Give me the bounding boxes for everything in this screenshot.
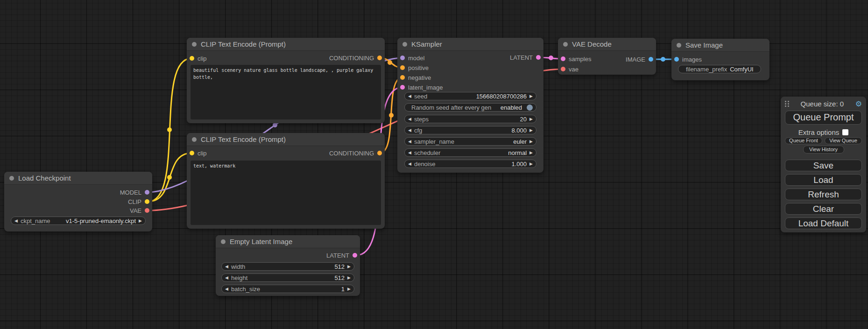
ckpt-name-widget[interactable]: ◀ ckpt_name v1-5-pruned-emaonly.ckpt ▶ [11, 217, 146, 225]
conditioning-port-dot[interactable] [400, 75, 405, 80]
decrement-arrow-icon[interactable]: ◀ [408, 117, 411, 121]
decrement-arrow-icon[interactable]: ◀ [225, 265, 228, 269]
conditioning-port-dot[interactable] [377, 151, 382, 155]
node-load-checkpoint[interactable]: Load Checkpoint MODEL CLIP VAE ◀ ckpt_na… [4, 172, 152, 231]
random-seed-toggle[interactable] [527, 105, 533, 111]
node-clip-text-encode-negative[interactable]: CLIP Text Encode (Prompt) clip CONDITION… [187, 133, 385, 229]
cfg-widget[interactable]: ◀ cfg 8.000 ▶ [404, 126, 536, 134]
conditioning-port-dot[interactable] [377, 56, 382, 60]
node-graph-canvas[interactable]: Load Checkpoint MODEL CLIP VAE ◀ ckpt_na… [0, 0, 868, 329]
refresh-button[interactable]: Refresh [785, 189, 862, 200]
clip-port-dot[interactable] [190, 151, 194, 155]
latent-port-dot[interactable] [400, 85, 405, 90]
input-positive[interactable]: positive [400, 64, 429, 71]
output-conditioning[interactable]: CONDITIONING [329, 55, 382, 61]
node-clip-text-encode-positive[interactable]: CLIP Text Encode (Prompt) clip CONDITION… [187, 38, 385, 123]
scheduler-widget[interactable]: ◀ scheduler normal ▶ [404, 148, 536, 157]
batch-size-widget[interactable]: ◀ batch_size 1 ▶ [221, 285, 354, 293]
output-vae[interactable]: VAE [130, 207, 149, 214]
link-midpoint-dot[interactable] [167, 127, 172, 132]
link-midpoint-dot[interactable] [388, 60, 392, 65]
vae-port-dot[interactable] [145, 208, 149, 213]
sampler-name-widget[interactable]: ◀ sampler_name euler ▶ [404, 137, 536, 146]
positive-prompt-textarea[interactable]: beautiful scenery nature glass bottle la… [191, 65, 381, 119]
negative-prompt-textarea[interactable]: text, watermark [191, 161, 381, 225]
latent-port-dot[interactable] [353, 253, 357, 258]
increment-arrow-icon[interactable]: ▶ [139, 219, 142, 223]
view-queue-button[interactable]: View Queue [825, 137, 862, 144]
decrement-arrow-icon[interactable]: ◀ [408, 94, 411, 98]
increment-arrow-icon[interactable]: ▶ [529, 94, 533, 98]
increment-arrow-icon[interactable]: ▶ [347, 276, 351, 280]
link-midpoint-dot[interactable] [389, 113, 394, 118]
image-port-dot[interactable] [674, 57, 679, 62]
decrement-arrow-icon[interactable]: ◀ [408, 128, 411, 133]
height-widget[interactable]: ◀ height 512 ▶ [221, 273, 354, 282]
settings-gear-icon[interactable]: ⚙ [855, 100, 862, 108]
model-port-dot[interactable] [145, 190, 149, 195]
node-title-bar[interactable]: KSampler [397, 38, 543, 51]
seed-widget[interactable]: ◀ seed 156680208700286 ▶ [404, 92, 536, 100]
node-title-bar[interactable]: Save Image [671, 39, 769, 52]
decrement-arrow-icon[interactable]: ◀ [225, 287, 228, 291]
decrement-arrow-icon[interactable]: ◀ [408, 151, 411, 155]
output-image[interactable]: IMAGE [626, 56, 653, 63]
node-collapse-dot[interactable] [9, 176, 14, 181]
node-ksampler[interactable]: KSampler model positive negative latent_… [397, 38, 543, 173]
node-collapse-dot[interactable] [677, 43, 681, 48]
decrement-arrow-icon[interactable]: ◀ [14, 219, 18, 223]
link-midpoint-dot[interactable] [167, 175, 172, 180]
filename-prefix-widget[interactable]: filename_prefix ComfyUI [678, 65, 761, 73]
view-history-button[interactable]: View History [803, 146, 844, 154]
link-midpoint-dot[interactable] [549, 56, 553, 60]
node-collapse-dot[interactable] [192, 137, 197, 142]
clip-port-dot[interactable] [190, 56, 194, 61]
decrement-arrow-icon[interactable]: ◀ [225, 276, 228, 280]
model-port-dot[interactable] [400, 56, 405, 60]
output-clip[interactable]: CLIP [128, 198, 149, 205]
node-collapse-dot[interactable] [402, 42, 407, 47]
decrement-arrow-icon[interactable]: ◀ [408, 140, 411, 144]
clip-port-dot[interactable] [145, 199, 149, 204]
vae-port-dot[interactable] [561, 67, 565, 71]
increment-arrow-icon[interactable]: ▶ [529, 162, 533, 166]
extra-options-checkbox[interactable] [842, 129, 848, 135]
node-title-bar[interactable]: CLIP Text Encode (Prompt) [187, 38, 385, 51]
node-save-image[interactable]: Save Image images filename_prefix ComfyU… [671, 39, 769, 80]
node-title-bar[interactable]: Empty Latent Image [216, 235, 360, 248]
input-vae[interactable]: vae [561, 66, 579, 72]
clear-button[interactable]: Clear [785, 203, 862, 215]
output-model[interactable]: MODEL [120, 189, 149, 196]
node-empty-latent-image[interactable]: Empty Latent Image LATENT ◀ width 512 ▶ … [216, 235, 360, 296]
output-latent[interactable]: LATENT [326, 252, 357, 259]
output-latent[interactable]: LATENT [510, 54, 541, 61]
drag-handle-icon[interactable] [785, 101, 789, 107]
input-negative[interactable]: negative [400, 74, 431, 81]
load-button[interactable]: Load [785, 174, 862, 186]
random-seed-widget[interactable]: Random seed after every gen enabled [404, 103, 536, 112]
queue-front-button[interactable]: Queue Front [785, 137, 822, 144]
input-images[interactable]: images [674, 56, 702, 63]
width-widget[interactable]: ◀ width 512 ▶ [221, 262, 354, 271]
decrement-arrow-icon[interactable]: ◀ [408, 162, 411, 166]
node-collapse-dot[interactable] [192, 42, 197, 47]
link-midpoint-dot[interactable] [661, 57, 665, 62]
load-default-button[interactable]: Load Default [785, 217, 862, 229]
link-midpoint-dot[interactable] [273, 123, 277, 127]
latent-port-dot[interactable] [536, 55, 541, 60]
increment-arrow-icon[interactable]: ▶ [529, 128, 533, 133]
increment-arrow-icon[interactable]: ▶ [347, 287, 351, 291]
input-clip[interactable]: clip [190, 55, 207, 62]
input-clip[interactable]: clip [190, 150, 207, 156]
save-button[interactable]: Save [785, 160, 862, 171]
input-latent-image[interactable]: latent_image [400, 84, 443, 91]
node-title-bar[interactable]: VAE Decode [558, 38, 656, 51]
conditioning-port-dot[interactable] [400, 65, 405, 70]
node-vae-decode[interactable]: VAE Decode samples vae IMAGE [558, 38, 656, 75]
increment-arrow-icon[interactable]: ▶ [529, 117, 533, 121]
queue-prompt-button[interactable]: Queue Prompt [785, 111, 862, 125]
steps-widget[interactable]: ◀ steps 20 ▶ [404, 115, 536, 123]
node-collapse-dot[interactable] [563, 42, 568, 47]
node-title-bar[interactable]: Load Checkpoint [4, 172, 152, 185]
input-model[interactable]: model [400, 55, 424, 61]
